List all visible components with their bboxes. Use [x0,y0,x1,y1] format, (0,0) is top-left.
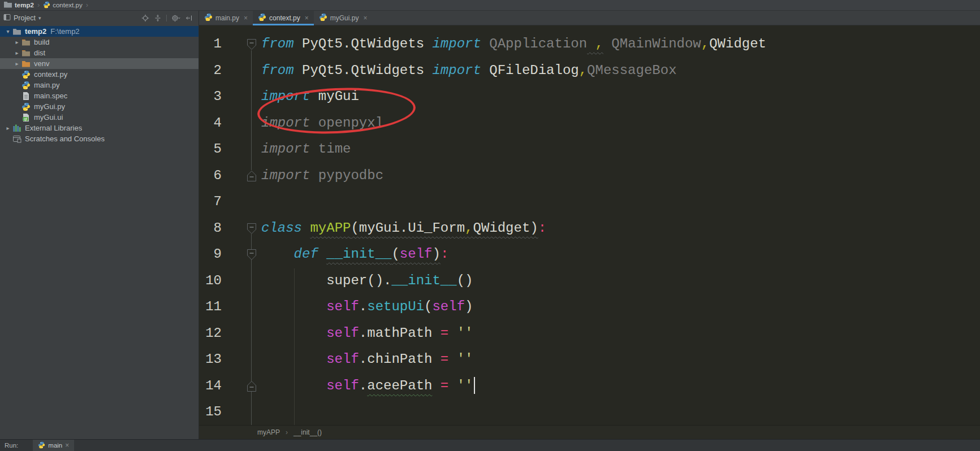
code-token [261,378,326,393]
code-token: import [261,115,310,131]
close-icon[interactable]: × [244,14,248,22]
code-token: , [465,220,473,236]
code-token: import [261,89,310,104]
close-icon[interactable]: × [65,441,69,449]
tree-item-build[interactable]: ▸build [0,37,198,47]
code-token: def [294,246,318,262]
code-token: import [261,141,310,157]
close-icon[interactable]: × [363,14,367,22]
editor-tab-mygui-py[interactable]: myGui.py× [314,11,373,25]
code-token: myGui [310,89,359,104]
code-editor[interactable]: 1from PyQt5.QtWidgets import QApplicatio… [199,25,980,425]
fold-marker[interactable] [222,163,261,189]
tree-item-temp2[interactable]: ▾temp2F:\temp2 [0,26,198,37]
fold-marker[interactable] [222,215,261,242]
code-token: (myGui.Ui_Form [351,220,465,236]
code-token: .chinPath [359,352,441,367]
code-token: from [261,36,294,51]
editor-tab-context-py[interactable]: context.py× [253,11,314,25]
fold-gutter [222,58,261,84]
qt-ui-icon: qt [21,113,31,122]
breadcrumb-class[interactable]: myAPP [257,428,280,436]
text-cursor [474,377,475,394]
tree-item-mygui-ui[interactable]: qtmyGui.ui [0,112,198,123]
tab-label: main.py [215,14,239,22]
project-panel-title[interactable]: Project [14,14,36,22]
python-icon [21,102,31,111]
close-icon[interactable]: × [305,14,309,22]
run-tab-main[interactable]: main × [33,440,74,451]
tree-item-main-py[interactable]: main.py [0,80,198,90]
chevron-right-icon: › [85,2,89,8]
tree-item-main-spec[interactable]: main.spec [0,90,198,101]
folder-icon [12,27,21,36]
code-text: import time [261,136,980,163]
nav-crumb-project[interactable]: temp2 [3,0,34,10]
python-file-icon [38,441,45,450]
nav-crumb-label: context.py [53,2,82,8]
fold-gutter [222,189,261,215]
fold-marker[interactable] [222,373,261,400]
tree-item-venv[interactable]: ▸venv [0,58,198,69]
code-lines: 1from PyQt5.QtWidgets import QApplicatio… [199,25,980,425]
editor-column: main.py×context.py×myGui.py× 1from PyQt5… [199,11,980,439]
locate-icon[interactable] [141,14,149,22]
project-panel: Project ▾ ▾temp2F:\temp2▸build▸dist▸venv… [0,11,199,439]
code-token: ( [391,246,399,262]
chevron-right-icon: › [37,2,40,8]
divider [166,15,167,21]
code-line: 6import pypyodbc [199,163,980,189]
fold-marker[interactable] [222,31,261,58]
tree-item-context-py[interactable]: context.py [0,69,198,80]
code-token: from [261,63,294,78]
code-token: ) [465,299,473,314]
line-number: 12 [199,320,222,347]
code-token: , [701,36,709,51]
python-file-icon [319,13,327,23]
python-file-icon [204,13,213,23]
code-token [318,246,326,262]
code-line: 3import myGui [199,84,980,110]
chevron-right-icon[interactable]: ▸ [12,60,21,67]
tree-item-mygui-py[interactable]: myGui.py [0,101,198,112]
code-token: , [579,63,587,78]
nav-crumb-file[interactable]: context.py [43,1,82,10]
tree-item-scratches-and-consoles[interactable]: Scratches and Consoles [0,133,198,144]
chevron-down-icon[interactable]: ▾ [3,28,12,34]
code-token: : [538,220,546,236]
code-token: () [457,273,473,288]
code-token: myAPP [310,220,351,236]
code-token: PyQt5.QtWidgets [294,36,433,51]
chevron-down-icon[interactable]: ▾ [38,15,41,21]
code-token [432,378,440,393]
code-text: self.setupUi(self) [261,294,980,320]
chevron-right-icon[interactable]: ▸ [12,50,21,56]
code-token [302,220,310,236]
code-token: super(). [261,273,391,288]
chevron-right-icon[interactable]: ▸ [12,39,21,45]
hide-panel-icon[interactable] [185,14,193,22]
chevron-right-icon[interactable]: ▸ [3,125,12,131]
fold-gutter [222,110,261,137]
tree-item-dist[interactable]: ▸dist [0,47,198,58]
code-token: self [400,246,433,262]
code-line: 15 [199,399,980,425]
code-line: 13 self.chinPath = '' [199,346,980,373]
tree-item-label: temp2 [25,27,46,36]
code-token [448,326,456,341]
code-line: 7 [199,189,980,215]
code-text: self.aceePath = '' [261,373,980,400]
code-line: 10 super().__init__() [199,268,980,294]
code-token: self [326,352,359,367]
code-line: 5import time [199,136,980,163]
editor-tab-main-py[interactable]: main.py× [199,11,253,25]
breadcrumb-method[interactable]: __init__() [293,428,322,436]
line-number: 8 [199,215,222,242]
collapse-all-icon[interactable] [154,14,162,22]
line-number: 5 [199,136,222,163]
breadcrumb: myAPP › __init__() [199,425,980,439]
tree-item-external-libraries[interactable]: ▸External Libraries [0,123,198,133]
folder-excluded-icon [21,38,31,47]
fold-marker[interactable] [222,241,261,268]
gear-icon[interactable] [171,14,180,22]
